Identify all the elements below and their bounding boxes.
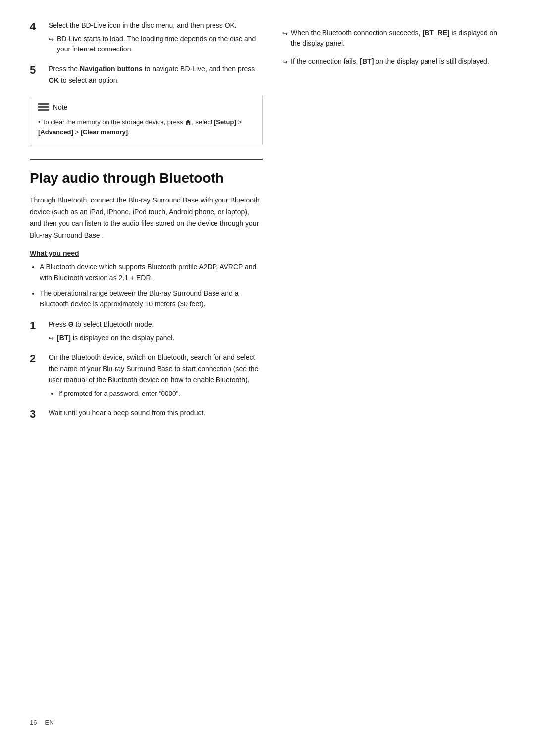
note-header: Note bbox=[38, 102, 254, 113]
right-column: ↪ When the Bluetooth connection succeeds… bbox=[282, 20, 505, 699]
bt-step-3-number: 3 bbox=[30, 407, 44, 422]
arrow-symbol-4: ↪ bbox=[49, 35, 54, 54]
note-icon bbox=[38, 103, 49, 111]
bt-step-2-content: On the Bluetooth device, switch on Bluet… bbox=[49, 352, 263, 398]
what-you-need-item-1: A Bluetooth device which supports Blueto… bbox=[40, 261, 263, 284]
bt-step-3-text: Wait until you hear a beep sound from th… bbox=[49, 409, 205, 417]
step-4-block: 4 Select the BD-Live icon in the disc me… bbox=[30, 20, 263, 54]
page: 4 Select the BD-Live icon in the disc me… bbox=[0, 0, 535, 756]
bt-step-1-arrow-text: [BT] is displayed on the display panel. bbox=[57, 333, 174, 344]
right-arrow-1: ↪ When the Bluetooth connection succeeds… bbox=[282, 28, 505, 49]
step-4-content: Select the BD-Live icon in the disc menu… bbox=[49, 20, 263, 54]
arrow-symbol-r2: ↪ bbox=[282, 57, 288, 67]
step-5-text: Press the Navigation buttons to navigate… bbox=[49, 65, 255, 84]
bt-step-1-content: Press Θ to select Bluetooth mode. ↪ [BT]… bbox=[49, 319, 263, 344]
left-column: 4 Select the BD-Live icon in the disc me… bbox=[30, 20, 263, 699]
section-intro: Through Bluetooth, connect the Blu-ray S… bbox=[30, 195, 263, 242]
page-number: 16 bbox=[30, 719, 37, 726]
step-5-number: 5 bbox=[30, 63, 44, 86]
arrow-symbol-r1: ↪ bbox=[282, 29, 288, 49]
note-box: Note • To clear the memory on the storag… bbox=[30, 96, 263, 144]
right-arrow-1-text: When the Bluetooth connection succeeds, … bbox=[291, 28, 505, 49]
bt-step-2-number: 2 bbox=[30, 352, 44, 398]
bt-step-2-subbullet-item: If prompted for a password, enter "0000"… bbox=[58, 389, 263, 399]
what-you-need-item-2: The operational range between the Blu-ra… bbox=[40, 288, 263, 310]
right-arrow-2-text: If the connection fails, [BT] on the dis… bbox=[291, 56, 489, 67]
arrow-symbol-bt1: ↪ bbox=[49, 334, 54, 344]
step-4-arrow-text: BD-Live starts to load. The loading time… bbox=[57, 34, 263, 54]
note-label: Note bbox=[53, 102, 68, 113]
bt-step-3-content: Wait until you hear a beep sound from th… bbox=[49, 407, 263, 422]
page-lang: EN bbox=[45, 719, 54, 726]
step-4-arrow: ↪ BD-Live starts to load. The loading ti… bbox=[49, 34, 263, 54]
bt-step-1-number: 1 bbox=[30, 319, 44, 344]
section-title: Play audio through Bluetooth bbox=[30, 170, 263, 187]
section-divider bbox=[30, 159, 263, 160]
bt-step-2-subbullet: If prompted for a password, enter "0000"… bbox=[49, 389, 263, 399]
bt-step-2-text: On the Bluetooth device, switch on Bluet… bbox=[49, 353, 258, 384]
note-content: • To clear the memory on the storage dev… bbox=[38, 117, 254, 138]
what-you-need-title: What you need bbox=[30, 250, 263, 257]
bt-step-1-block: 1 Press Θ to select Bluetooth mode. ↪ [B… bbox=[30, 319, 263, 344]
what-you-need-list: A Bluetooth device which supports Blueto… bbox=[30, 261, 263, 310]
home-icon bbox=[185, 119, 192, 126]
bt-step-3-block: 3 Wait until you hear a beep sound from … bbox=[30, 407, 263, 422]
step-4-number: 4 bbox=[30, 20, 44, 54]
right-arrow-2: ↪ If the connection fails, [BT] on the d… bbox=[282, 56, 505, 67]
bt-step-1-text: Press Θ to select Bluetooth mode. bbox=[49, 320, 154, 328]
two-column-layout: 4 Select the BD-Live icon in the disc me… bbox=[30, 20, 505, 699]
svg-marker-0 bbox=[186, 120, 191, 125]
page-footer: 16 EN bbox=[30, 719, 505, 726]
step-4-text: Select the BD-Live icon in the disc menu… bbox=[49, 21, 237, 29]
bt-step-2-block: 2 On the Bluetooth device, switch on Blu… bbox=[30, 352, 263, 398]
step-5-content: Press the Navigation buttons to navigate… bbox=[49, 63, 263, 86]
bt-step-1-arrow: ↪ [BT] is displayed on the display panel… bbox=[49, 333, 263, 344]
step-5-block: 5 Press the Navigation buttons to naviga… bbox=[30, 63, 263, 86]
